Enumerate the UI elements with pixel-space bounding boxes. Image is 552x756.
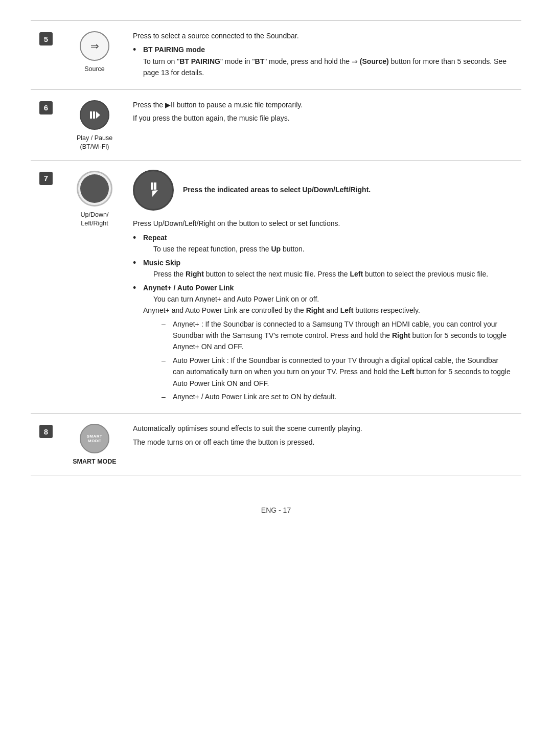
row-8-num: 8 (31, 414, 61, 475)
nav-icon-inner (80, 174, 109, 203)
page-footer: ENG - 17 (31, 506, 521, 514)
row-7-bullet-musicskip: • Music Skip Press the Right button to s… (133, 257, 511, 280)
badge-7: 7 (39, 172, 53, 185)
row-5: 5 ⇒ Source Press to select a source conn… (31, 21, 521, 90)
anynet-sub2: Auto Power Link : If the Soundbar is con… (173, 355, 511, 389)
row-7-icon-col: Up/Down/Left/Right (61, 161, 128, 237)
row-7-desc: Press the indicated areas to select Up/D… (128, 161, 521, 414)
row-5-icon-col: ⇒ Source (61, 21, 128, 89)
svg-rect-3 (151, 182, 153, 190)
row-7-label: Up/Down/Left/Right (81, 211, 109, 228)
row-8: 8 SMARTMODE SMART MODE Automatically opt… (31, 414, 521, 475)
smart-mode-icon: SMARTMODE (80, 424, 109, 453)
source-icon: ⇒ (80, 31, 109, 61)
anynet-sub1: Anynet+ : If the Soundbar is connected t… (173, 318, 511, 353)
badge-5: 5 (39, 32, 53, 45)
page-number: ENG - 17 (261, 506, 291, 514)
badge-6: 6 (39, 101, 53, 114)
row-8-label: SMART MODE (73, 457, 116, 467)
row-5-bullet-1-text: BT PAIRING mode To turn on "BT PAIRING" … (143, 44, 511, 78)
svg-marker-5 (152, 190, 158, 197)
nav-demo: Press the indicated areas to select Up/D… (133, 170, 511, 211)
main-table: 5 ⇒ Source Press to select a source conn… (31, 20, 521, 475)
play-pause-symbol (89, 109, 100, 121)
nav-icon (77, 171, 112, 207)
row-6-main-line2: If you press the button again, the music… (133, 112, 511, 124)
row-5-bullet-1: • BT PAIRING mode To turn on "BT PAIRING… (133, 44, 511, 78)
row-6-label: Play / Pause(BT/Wi-Fi) (77, 134, 112, 152)
row-7-main-text: Press Up/Down/Left/Right on the button t… (133, 218, 511, 229)
row-8-desc: Automatically optimises sound effects to… (128, 414, 521, 475)
musicskip-text: Music Skip Press the Right button to sel… (143, 257, 488, 280)
row-6: 6 Play / Pause(BT/Wi-Fi) Press the ▶II b… (31, 90, 521, 161)
smart-mode-inner-text: SMARTMODE (87, 434, 103, 444)
row-7: 7 Up/Down/Left/Right Press the (31, 161, 521, 414)
anynet-text: Anynet+ / Auto Power Link You can turn A… (143, 282, 511, 403)
row-8-icon-col: SMARTMODE SMART MODE (61, 414, 128, 475)
anynet-sub3: Anynet+ / Auto Power Link are set to ON … (173, 391, 336, 402)
svg-rect-0 (90, 111, 92, 119)
row-6-main-line1: Press the ▶II button to pause a music fi… (133, 99, 511, 110)
indicated-areas-text: Press the indicated areas to select Up/D… (183, 184, 371, 195)
row-8-main-line1: Automatically optimises sound effects to… (133, 423, 511, 434)
svg-rect-1 (93, 111, 95, 119)
row-8-main-line2: The mode turns on or off each time the b… (133, 437, 511, 448)
row-5-desc: Press to select a source connected to th… (128, 21, 521, 89)
repeat-text: Repeat To use the repeat function, press… (143, 232, 305, 255)
row-5-main-text: Press to select a source connected to th… (133, 30, 511, 41)
row-6-desc: Press the ▶II button to pause a music fi… (128, 90, 521, 160)
row-7-bullet-anynet: • Anynet+ / Auto Power Link You can turn… (133, 282, 511, 403)
row-5-label: Source (84, 65, 105, 74)
row-6-num: 6 (31, 90, 61, 160)
row-7-bullet-repeat: • Repeat To use the repeat function, pre… (133, 232, 511, 255)
svg-rect-4 (154, 182, 156, 190)
large-nav-icon (133, 170, 174, 211)
row-6-icon-col: Play / Pause(BT/Wi-Fi) (61, 90, 128, 160)
svg-marker-2 (96, 111, 100, 119)
play-pause-icon (80, 100, 109, 130)
bullet-dot-1: • (133, 44, 141, 56)
row-5-num: 5 (31, 21, 61, 89)
badge-8: 8 (39, 425, 53, 438)
row-7-num: 7 (31, 161, 61, 185)
source-arrow-symbol: ⇒ (90, 40, 99, 52)
